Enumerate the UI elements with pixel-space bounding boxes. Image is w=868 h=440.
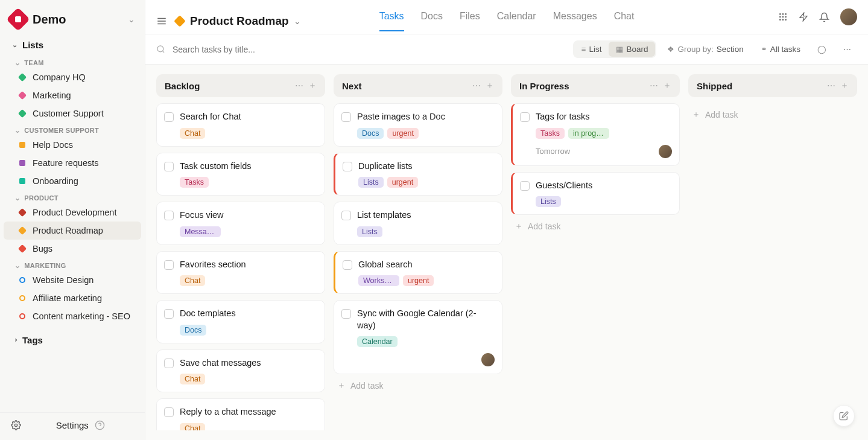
- svg-point-9: [779, 16, 781, 18]
- column-add-icon[interactable]: ＋: [308, 80, 317, 91]
- gear-icon: [11, 420, 50, 430]
- add-task-button[interactable]: ＋Add task: [511, 215, 680, 238]
- task-title: List templates: [357, 209, 495, 222]
- column-add-icon[interactable]: ＋: [663, 80, 671, 91]
- task-checkbox[interactable]: [343, 260, 352, 270]
- sidebar-item[interactable]: Product Development: [4, 203, 141, 222]
- column-header[interactable]: Shipped⋯＋: [688, 74, 857, 97]
- task-card[interactable]: Paste images to a DocDocsurgent: [334, 103, 502, 147]
- sidebar-item[interactable]: Customer Support: [4, 104, 141, 123]
- sidebar-item[interactable]: Bugs: [4, 240, 141, 258]
- column-more-icon[interactable]: ⋯: [295, 81, 303, 91]
- task-checkbox[interactable]: [164, 211, 174, 220]
- sidebar-item[interactable]: Company HQ: [4, 68, 141, 86]
- sidebar-item[interactable]: Website Design: [4, 271, 141, 289]
- compose-fab[interactable]: [833, 405, 855, 427]
- task-tag: Messag...: [180, 226, 221, 237]
- task-checkbox[interactable]: [343, 162, 352, 171]
- task-card[interactable]: Sync with Google Calendar (2-way)Calenda…: [334, 300, 502, 374]
- tab[interactable]: Tasks: [379, 11, 404, 31]
- sidebar-item[interactable]: Content marketing - SEO: [4, 307, 141, 325]
- user-avatar[interactable]: [840, 8, 857, 25]
- sidebar-section-tags[interactable]: ⌄ Tags: [0, 330, 145, 350]
- sidebar-section-lists[interactable]: ⌄ Lists: [0, 35, 145, 55]
- help-icon[interactable]: [95, 420, 134, 430]
- task-card[interactable]: Favorites sectionChat: [156, 251, 325, 295]
- task-card[interactable]: Global searchWorksp...urgent: [334, 251, 502, 295]
- sidebar-group-header[interactable]: PRODUCT: [0, 190, 145, 203]
- settings-label: Settings: [56, 420, 95, 430]
- assignee-avatar[interactable]: [659, 145, 672, 158]
- search-input[interactable]: [173, 45, 353, 54]
- task-card[interactable]: Guests/ClientsLists: [511, 172, 680, 215]
- sidebar-item-label: Product Roadmap: [33, 226, 103, 235]
- tab[interactable]: Calendar: [497, 11, 536, 31]
- tab[interactable]: Messages: [553, 11, 597, 31]
- task-checkbox[interactable]: [341, 211, 351, 220]
- workspace-switcher[interactable]: Demo ⌄: [0, 0, 145, 35]
- chevron-right-icon: ⌄: [11, 337, 19, 343]
- sidebar-item-label: Marketing: [33, 91, 71, 100]
- sidebar-item[interactable]: Feature requests: [4, 154, 141, 172]
- task-checkbox[interactable]: [164, 112, 174, 122]
- apps-icon[interactable]: [778, 12, 788, 22]
- task-tag: Lists: [536, 196, 561, 207]
- sidebar-item[interactable]: Marketing: [4, 86, 141, 104]
- sidebar-group-header[interactable]: CUSTOMER SUPPORT: [0, 123, 145, 136]
- page-title[interactable]: Product Roadmap: [190, 14, 289, 28]
- more-icon[interactable]: ⋯: [837, 42, 857, 56]
- task-card[interactable]: List templatesLists: [334, 202, 502, 245]
- sidebar-item[interactable]: Affiliate marketing: [4, 289, 141, 307]
- chevron-down-icon[interactable]: ⌄: [294, 16, 301, 26]
- column-header[interactable]: Next⋯＋: [334, 74, 502, 97]
- add-task-button[interactable]: ＋Add task: [688, 103, 857, 126]
- task-checkbox[interactable]: [164, 162, 174, 171]
- task-card[interactable]: Save chat messagesChat: [156, 349, 325, 393]
- task-checkbox[interactable]: [164, 260, 174, 270]
- add-task-button[interactable]: ＋Add task: [334, 374, 502, 397]
- view-board-button[interactable]: ▦Board: [609, 42, 655, 57]
- list-color-icon: [19, 160, 25, 166]
- sidebar-item[interactable]: Help Docs: [4, 136, 141, 154]
- task-checkbox[interactable]: [164, 359, 174, 368]
- column-add-icon[interactable]: ＋: [840, 80, 849, 91]
- svg-line-17: [162, 51, 164, 53]
- bolt-icon[interactable]: [799, 12, 808, 22]
- column-more-icon[interactable]: ⋯: [650, 81, 658, 91]
- scope-button[interactable]: ⚭ All tasks: [755, 42, 806, 56]
- sidebar-group-header[interactable]: TEAM: [0, 55, 145, 68]
- task-tag: Calendar: [357, 336, 398, 347]
- menu-icon[interactable]: [156, 16, 167, 27]
- bell-icon[interactable]: [819, 12, 829, 22]
- sidebar-item[interactable]: Product Roadmap: [4, 222, 141, 240]
- view-list-button[interactable]: ≡List: [574, 42, 609, 57]
- settings-button[interactable]: Settings: [0, 412, 145, 440]
- task-checkbox[interactable]: [520, 181, 530, 191]
- chevron-down-icon: ⌄: [12, 41, 17, 49]
- group-by-button[interactable]: ❖ Group by: Section: [661, 42, 749, 56]
- task-card[interactable]: Search for ChatChat: [156, 103, 325, 147]
- task-checkbox[interactable]: [341, 309, 351, 319]
- task-checkbox[interactable]: [164, 407, 174, 417]
- tab[interactable]: Chat: [614, 11, 635, 31]
- tab[interactable]: Docs: [421, 11, 443, 31]
- task-card[interactable]: Task custom fieldsTasks: [156, 153, 325, 196]
- task-card[interactable]: Doc templatesDocs: [156, 300, 325, 343]
- sidebar-group-header[interactable]: MARKETING: [0, 258, 145, 271]
- column-header[interactable]: Backlog⋯＋: [156, 74, 325, 97]
- tab[interactable]: Files: [460, 11, 480, 31]
- assignee-avatar[interactable]: [481, 353, 495, 366]
- task-card[interactable]: Focus viewMessag...: [156, 202, 325, 245]
- task-checkbox[interactable]: [520, 112, 530, 122]
- task-card[interactable]: Tags for tasksTasksin progr...Tomorrow: [511, 103, 680, 166]
- tag-filter-button[interactable]: ◯: [811, 42, 832, 56]
- column-header[interactable]: In Progress⋯＋: [511, 74, 680, 97]
- task-card[interactable]: Reply to a chat messageChat: [156, 398, 325, 430]
- sidebar-item[interactable]: Onboarding: [4, 172, 141, 190]
- task-checkbox[interactable]: [164, 309, 174, 319]
- task-card[interactable]: Duplicate listsListsurgent: [334, 153, 502, 196]
- column-more-icon[interactable]: ⋯: [472, 81, 481, 91]
- column-more-icon[interactable]: ⋯: [827, 81, 835, 91]
- task-checkbox[interactable]: [341, 112, 351, 122]
- column-add-icon[interactable]: ＋: [486, 80, 494, 91]
